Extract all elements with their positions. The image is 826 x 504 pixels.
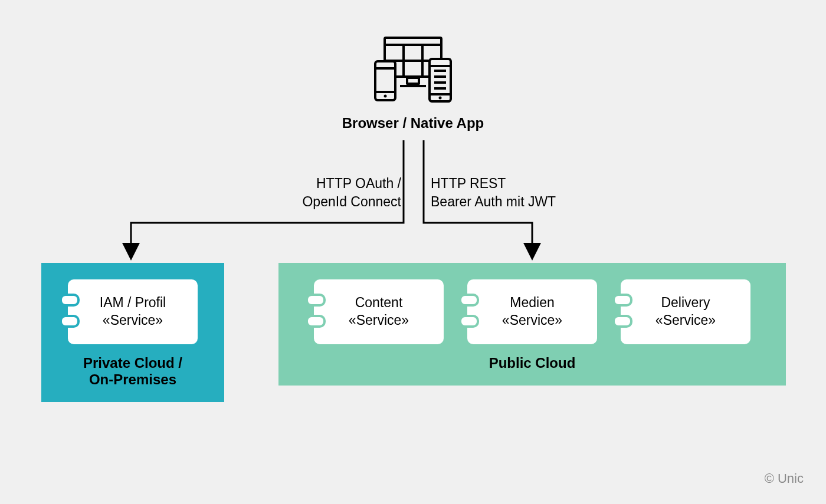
- svg-rect-5: [407, 78, 419, 84]
- client-label: Browser / Native App: [342, 115, 484, 131]
- service-notch-icon: [612, 294, 632, 307]
- service-content: Content «Service»: [314, 279, 444, 344]
- public-cloud-box: Content «Service» Medien «Service» Deliv…: [278, 263, 786, 386]
- service-notch-icon: [459, 315, 479, 328]
- connection-label-left: HTTP OAuth / OpenId Connect: [302, 174, 401, 211]
- service-medien: Medien «Service»: [467, 279, 597, 344]
- service-notch-icon: [306, 294, 326, 307]
- private-services-row: IAM / Profil «Service»: [59, 279, 206, 344]
- private-cloud-box: IAM / Profil «Service» Private Cloud / O…: [41, 263, 224, 402]
- service-notch-icon: [459, 294, 479, 307]
- svg-rect-7: [375, 61, 395, 100]
- public-services-row: Content «Service» Medien «Service» Deliv…: [296, 279, 768, 344]
- copyright-label: © Unic: [765, 471, 804, 486]
- service-notch-icon: [60, 294, 80, 307]
- service-name: Medien: [510, 294, 554, 312]
- service-name: Delivery: [661, 294, 710, 312]
- svg-point-18: [439, 97, 442, 100]
- conn-left-line1: HTTP OAuth /: [316, 176, 401, 191]
- conn-right-line2: Bearer Auth mit JWT: [431, 194, 556, 209]
- service-name: Content: [355, 294, 403, 312]
- service-name: IAM / Profil: [100, 294, 166, 312]
- conn-right-line1: HTTP REST: [431, 176, 506, 191]
- service-iam-profil: IAM / Profil «Service»: [68, 279, 198, 344]
- connection-label-right: HTTP REST Bearer Auth mit JWT: [431, 174, 556, 211]
- service-stereotype: «Service»: [655, 312, 716, 330]
- private-cloud-title: Private Cloud / On-Premises: [59, 355, 206, 388]
- service-stereotype: «Service»: [349, 312, 409, 330]
- public-cloud-title: Public Cloud: [296, 355, 768, 371]
- service-notch-icon: [306, 315, 326, 328]
- service-notch-icon: [60, 315, 80, 328]
- conn-left-line2: OpenId Connect: [302, 194, 401, 209]
- devices-icon: [372, 35, 454, 106]
- devices-svg: [372, 35, 454, 106]
- service-delivery: Delivery «Service»: [621, 279, 750, 344]
- service-stereotype: «Service»: [103, 312, 163, 330]
- architecture-diagram: Browser / Native App HTTP OAuth / OpenId…: [0, 0, 826, 504]
- service-notch-icon: [612, 315, 632, 328]
- svg-point-10: [384, 95, 387, 98]
- service-stereotype: «Service»: [502, 312, 562, 330]
